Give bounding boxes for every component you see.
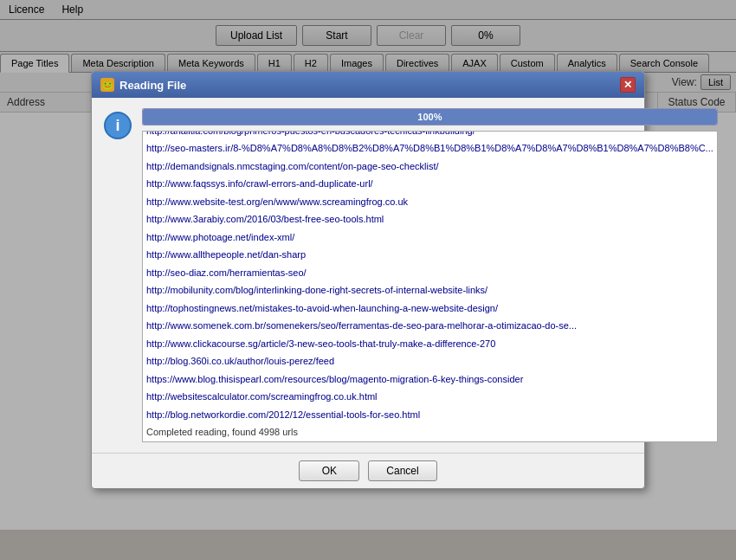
info-icon: i [104, 112, 132, 139]
list-item: http://www.3arabiy.com/2016/03/best-free… [143, 210, 717, 229]
modal-content: 100% http://www.optimizeordie.de/screami… [142, 108, 718, 442]
list-item: http://www.clickacourse.sg/article/3-new… [143, 335, 717, 353]
modal-app-icon: 🐸 [100, 78, 114, 92]
modal-title-left: 🐸 Reading File [100, 78, 186, 92]
url-list[interactable]: http://www.optimizeordie.de/screaming-fr… [142, 131, 718, 442]
list-item: http://websitescalculator.com/screamingf… [143, 388, 717, 406]
list-item: http://seo-diaz.com/herramientas-seo/ [143, 264, 717, 282]
modal-overlay: 🐸 Reading File ✕ i 100% http://www.optim… [0, 0, 736, 560]
list-item: http://www.faqssys.info/crawl-errors-and… [143, 175, 717, 193]
list-item: http://demandsignals.nmcstaging.com/cont… [143, 158, 717, 176]
reading-file-dialog: 🐸 Reading File ✕ i 100% http://www.optim… [91, 71, 645, 489]
list-item: http://www.allthepeople.net/dan-sharp [143, 246, 717, 264]
list-item: http://blog.360i.co.uk/author/louis-pere… [143, 352, 717, 370]
list-item: http://mobilunity.com/blog/interlinking-… [143, 281, 717, 299]
list-item: http://seo-masters.ir/8-%D8%A7%D8%A8%D8%… [143, 139, 717, 158]
list-item: http://blog.networkordie.com/2012/12/ess… [143, 406, 717, 424]
progress-bar-container: 100% [142, 108, 718, 126]
modal-footer: OK Cancel [92, 453, 644, 488]
modal-close-button[interactable]: ✕ [620, 77, 636, 93]
modal-body: i 100% http://www.optimizeordie.de/screa… [92, 98, 644, 453]
progress-bar-text: 100% [143, 109, 717, 125]
ok-button[interactable]: OK [299, 460, 359, 481]
list-item: http://www.somenek.com.br/somenekers/seo… [143, 317, 717, 335]
modal-title-text: Reading File [119, 79, 186, 92]
list-item: https://www.blog.thisispearl.com/resourc… [143, 370, 717, 389]
completed-message: Completed reading, found 4998 urls [143, 423, 717, 441]
cancel-button[interactable]: Cancel [368, 460, 436, 481]
modal-titlebar: 🐸 Reading File ✕ [92, 72, 644, 98]
list-item: http://analitia.com/blog/primeros-puesto… [143, 131, 717, 139]
list-item: http://tophostingnews.net/mistakes-to-av… [143, 299, 717, 318]
list-item: http://www.photoage.net/index-xml/ [143, 229, 717, 247]
list-item: http://www.website-test.org/en/www/www.s… [143, 193, 717, 211]
